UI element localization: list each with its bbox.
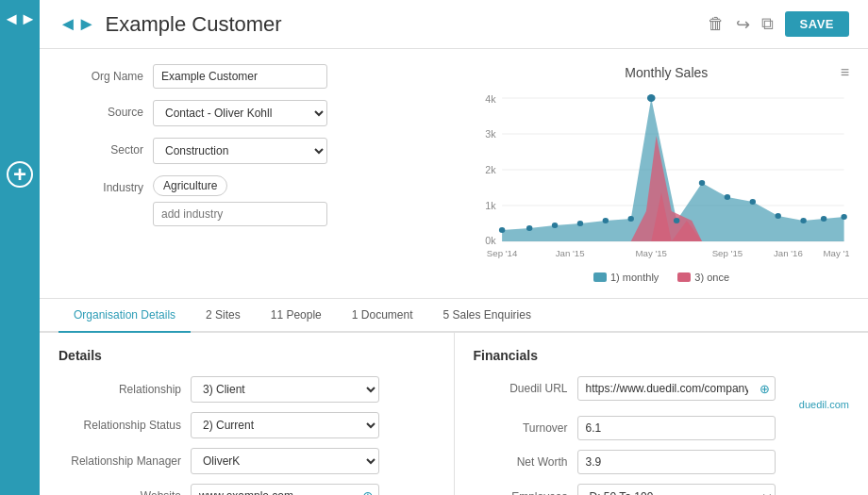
details-title: Details	[58, 348, 435, 363]
tab-people[interactable]: 11 People	[256, 299, 337, 333]
industry-label: Industry	[58, 175, 143, 194]
svg-text:May '16: May '16	[823, 249, 849, 258]
net-worth-row: Net Worth	[474, 450, 850, 474]
share-button[interactable]: ↪	[736, 14, 750, 35]
employees-select[interactable]: D: 50 To 199	[577, 484, 776, 495]
svg-point-22	[725, 194, 730, 200]
svg-text:Sep '14: Sep '14	[487, 249, 517, 258]
website-row: Website ⊕	[58, 484, 435, 495]
duedil-external-icon: ⊕	[760, 382, 770, 396]
svg-point-20	[674, 218, 679, 223]
industry-area: Agriculture	[153, 175, 455, 226]
rel-manager-label: Relationship Manager	[58, 454, 181, 468]
svg-point-26	[821, 216, 826, 222]
details-panel: Details Relationship 3) Client Relations…	[40, 333, 455, 495]
employees-row: Employees D: 50 To 199	[474, 484, 850, 495]
svg-text:4k: 4k	[485, 94, 496, 105]
industry-row: Industry Agriculture	[58, 175, 455, 226]
svg-point-13	[499, 227, 505, 233]
sector-row: Sector Construction	[58, 138, 455, 164]
industry-tag[interactable]: Agriculture	[153, 175, 227, 196]
website-label: Website	[58, 489, 181, 495]
net-worth-input[interactable]	[577, 450, 776, 474]
duedil-label: Duedil URL	[474, 382, 568, 395]
relationship-label: Relationship	[58, 383, 181, 396]
svg-point-18	[628, 216, 634, 222]
svg-point-23	[750, 199, 756, 205]
delete-button[interactable]: 🗑	[708, 14, 725, 34]
nav-arrow[interactable]: ◄►	[3, 9, 37, 29]
legend-monthly-color	[593, 272, 607, 282]
svg-text:1k: 1k	[485, 201, 496, 211]
turnover-row: Turnover	[474, 416, 850, 440]
header-actions: 🗑 ↪ ⧉ SAVE	[708, 11, 849, 37]
legend-monthly: 1) monthly	[593, 272, 659, 283]
sector-select[interactable]: Construction	[153, 138, 327, 164]
tab-sites[interactable]: 2 Sites	[191, 299, 256, 333]
rel-status-select[interactable]: 2) Current	[191, 412, 379, 438]
legend-monthly-label: 1) monthly	[610, 272, 659, 283]
save-button[interactable]: SAVE	[785, 11, 849, 37]
svg-text:Sep '15: Sep '15	[712, 249, 743, 258]
duedil-input-wrap: ⊕	[577, 376, 776, 401]
rel-manager-select[interactable]: OliverK	[191, 448, 379, 474]
duedil-link[interactable]: duedil.com	[799, 399, 849, 410]
org-name-row: Org Name	[58, 64, 455, 89]
chart-title: Monthly Sales	[492, 65, 841, 80]
form-fields: Org Name Source Contact - Oliver Kohll S…	[58, 64, 455, 283]
legend-once: 3) once	[677, 272, 729, 283]
svg-text:Jan '16: Jan '16	[774, 249, 803, 258]
copy-button[interactable]: ⧉	[761, 14, 774, 34]
rel-status-row: Relationship Status 2) Current	[58, 412, 435, 438]
external-link-icon: ⊕	[362, 488, 374, 495]
header-title-area: ◄► Example Customer	[58, 12, 282, 37]
net-worth-label: Net Worth	[474, 455, 568, 469]
main-content: ◄► Example Customer 🗑 ↪ ⧉ SAVE Org Name …	[40, 0, 868, 495]
monthly-sales-chart: 4k 3k 2k 1k 0k	[474, 89, 849, 268]
header: ◄► Example Customer 🗑 ↪ ⧉ SAVE	[40, 0, 868, 49]
turnover-label: Turnover	[474, 421, 568, 435]
source-row: Source Contact - Oliver Kohll	[58, 100, 455, 126]
svg-point-15	[552, 223, 558, 228]
financials-title: Financials	[474, 348, 850, 363]
source-select[interactable]: Contact - Oliver Kohll	[153, 100, 327, 126]
bottom-section: Details Relationship 3) Client Relations…	[40, 333, 868, 495]
svg-point-25	[800, 218, 806, 223]
tab-sales-enquiries[interactable]: 5 Sales Enquiries	[428, 299, 546, 333]
svg-text:Jan '15: Jan '15	[556, 249, 585, 258]
sidebar: ◄► +	[0, 0, 40, 495]
legend-once-color	[677, 272, 691, 282]
rel-status-label: Relationship Status	[58, 419, 181, 432]
financials-panel: Financials Duedil URL ⊕ duedil.com Turno…	[455, 333, 869, 495]
org-name-label: Org Name	[58, 64, 143, 83]
legend-once-label: 3) once	[694, 272, 729, 283]
tabs-bar: Organisation Details 2 Sites 11 People 1…	[40, 299, 868, 333]
chart-header: Monthly Sales ≡	[474, 64, 849, 81]
turnover-input[interactable]	[577, 416, 776, 440]
org-name-input[interactable]	[153, 64, 327, 89]
svg-point-24	[775, 213, 780, 219]
top-section: Org Name Source Contact - Oliver Kohll S…	[40, 49, 868, 299]
duedil-row: Duedil URL ⊕	[474, 376, 850, 401]
svg-point-27	[841, 214, 846, 220]
add-industry-input[interactable]	[153, 202, 327, 226]
website-input-wrap: ⊕	[191, 484, 379, 495]
chart-legend: 1) monthly 3) once	[474, 272, 849, 283]
svg-point-17	[603, 218, 609, 223]
duedil-input[interactable]	[577, 376, 776, 401]
relationship-row: Relationship 3) Client	[58, 376, 435, 403]
svg-text:May '15: May '15	[635, 249, 667, 258]
svg-text:2k: 2k	[485, 165, 496, 175]
sector-label: Sector	[58, 138, 143, 157]
svg-point-21	[699, 180, 705, 186]
relationship-select[interactable]: 3) Client	[191, 376, 379, 403]
add-button[interactable]: +	[7, 161, 33, 188]
source-label: Source	[58, 100, 143, 119]
page-title: Example Customer	[106, 12, 282, 37]
svg-text:0k: 0k	[485, 236, 496, 246]
nav-chevrons-icon: ◄►	[58, 13, 96, 35]
tab-document[interactable]: 1 Document	[337, 299, 428, 333]
website-input[interactable]	[191, 484, 379, 495]
tab-organisation-details[interactable]: Organisation Details	[58, 299, 191, 333]
chart-menu-icon[interactable]: ≡	[841, 64, 849, 81]
